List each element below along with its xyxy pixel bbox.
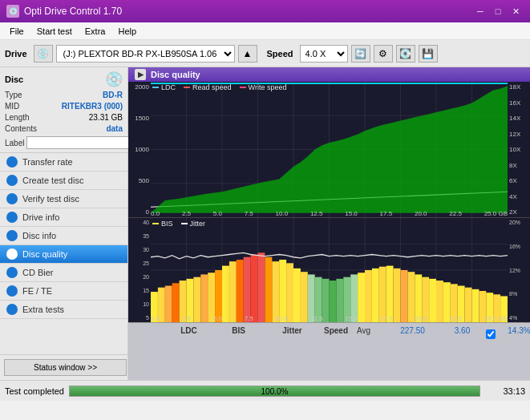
write-speed-legend-dot — [240, 87, 246, 88]
svg-rect-35 — [222, 266, 229, 322]
lx-2: 5.0 — [213, 315, 222, 322]
svg-rect-56 — [372, 269, 379, 322]
refresh-button[interactable]: 🔄 — [351, 45, 370, 63]
y-left-25: 25 — [130, 260, 149, 266]
upper-chart: LDC Read speed Write speed 2000 1500 — [128, 82, 530, 218]
stat-avg-bis: 3.60 — [440, 326, 484, 342]
x-2: 5.0 — [213, 210, 222, 217]
sidebar-item-cd-bier[interactable]: CD Bier — [0, 264, 127, 282]
disc-length-row: Length 23.31 GB — [5, 112, 123, 123]
sidebar-item-fe-te[interactable]: FE / TE — [0, 282, 127, 301]
lx-0: 0.0 — [151, 315, 160, 322]
eject-button[interactable]: ▲ — [238, 45, 257, 63]
lx-7: 17.5 — [380, 315, 393, 322]
svg-rect-41 — [265, 257, 272, 322]
sidebar-item-extra-tests[interactable]: Extra tests — [0, 301, 127, 319]
stat-avg-ldc: 227.50 — [386, 326, 439, 342]
lower-chart: BIS Jitter 40 35 30 25 20 15 10 5 — [128, 218, 530, 322]
status-bar: Test completed 100.0% 33:13 — [0, 380, 530, 401]
stat-col-empty — [133, 326, 161, 341]
jitter-legend-label: Jitter — [190, 220, 206, 228]
sidebar-label-cd-bier: CD Bier — [22, 268, 54, 277]
svg-rect-44 — [286, 263, 293, 322]
svg-rect-45 — [293, 269, 301, 322]
y-right-2: 14X — [509, 115, 528, 122]
lower-chart-legend: BIS Jitter — [152, 220, 205, 228]
status-window-button[interactable]: Status window >> — [4, 359, 127, 376]
content-area: ▶ Disc quality LDC Read speed — [128, 67, 530, 380]
sidebar-label-extra-tests: Extra tests — [22, 305, 64, 314]
stat-col-check — [262, 326, 269, 341]
y-left-30: 30 — [130, 247, 149, 252]
y-left-15: 15 — [130, 288, 149, 293]
menu-file[interactable]: File — [3, 25, 30, 38]
drive-selector[interactable]: (J:) PLEXTOR BD-R PX-LB950SA 1.06 — [56, 45, 235, 63]
sidebar-item-disc-info[interactable]: Disc info — [0, 227, 127, 245]
y-left-20: 20 — [130, 274, 149, 280]
svg-rect-43 — [279, 260, 286, 322]
upper-chart-svg — [151, 82, 508, 217]
y-right-0: 18X — [509, 83, 528, 91]
svg-rect-59 — [394, 269, 401, 322]
y-left-2: 1000 — [130, 146, 149, 153]
y-right-12: 12% — [509, 268, 528, 273]
main-area: Disc 💿 Type BD-R MID RITEKBR3 (000) Leng… — [0, 67, 530, 380]
sidebar-item-transfer-rate[interactable]: Transfer rate — [0, 153, 127, 172]
sidebar-item-disc-quality[interactable]: Disc quality — [0, 245, 127, 264]
y-right-7: 4X — [509, 193, 528, 200]
upper-y-axis-left: 2000 1500 1000 500 0 — [128, 82, 151, 217]
upper-x-axis: 0.0 2.5 5.0 7.5 10.0 12.5 15.0 17.5 20.0… — [151, 210, 508, 217]
disc-label-row: Label ★ — [5, 136, 123, 149]
sidebar-label-drive-info: Drive info — [22, 212, 59, 222]
upper-y-axis-right: 18X 16X 14X 12X 10X 8X 6X 4X 2X — [508, 82, 530, 217]
stats-avg-row: Avg 227.50 3.60 14.3% 4.19 X — [357, 326, 530, 342]
disc-quality-icon — [6, 248, 18, 260]
lx-8: 20.0 — [415, 315, 427, 322]
legend-jitter: Jitter — [181, 220, 206, 228]
lx-6: 15.0 — [345, 315, 358, 322]
svg-rect-36 — [229, 261, 237, 322]
disc-label-label: Label — [5, 139, 24, 147]
maximize-button[interactable]: □ — [490, 4, 506, 18]
jitter-checkbox[interactable] — [486, 326, 496, 342]
disc-type-value: BD-R — [103, 90, 123, 101]
stat-avg-label: Avg — [357, 326, 385, 342]
disc-button[interactable]: 💽 — [396, 45, 415, 63]
titlebar-controls: ─ □ ✕ — [472, 4, 524, 18]
menu-start-test[interactable]: Start test — [30, 25, 79, 38]
toolbar: Drive 💿 (J:) PLEXTOR BD-R PX-LB950SA 1.0… — [0, 40, 530, 67]
menu-extra[interactable]: Extra — [79, 25, 112, 38]
svg-rect-38 — [244, 257, 251, 322]
bottom-info-bar: LDC BIS Jitter Speed Avg 227.50 3.60 14.… — [128, 322, 530, 380]
speed-selector[interactable]: 4.0 X — [300, 45, 348, 63]
stat-col-jitter: Jitter — [270, 326, 314, 341]
drive-info-icon — [6, 212, 18, 223]
y-left-3: 500 — [130, 177, 149, 184]
read-speed-legend-label: Read speed — [192, 83, 232, 91]
x-7: 17.5 — [380, 210, 393, 217]
y-right-6: 6X — [509, 177, 528, 184]
sidebar-item-drive-info[interactable]: Drive info — [0, 208, 127, 227]
sidebar-label-create-test-disc: Create test disc — [22, 176, 83, 185]
speed-label: Speed — [267, 49, 293, 59]
disc-length-value: 23.31 GB — [89, 112, 123, 123]
close-button[interactable]: ✕ — [508, 4, 524, 18]
disc-label-input[interactable] — [26, 136, 130, 149]
settings-button[interactable]: ⚙ — [374, 45, 393, 63]
sidebar-item-create-test-disc[interactable]: Create test disc — [0, 172, 127, 190]
menu-help[interactable]: Help — [111, 25, 143, 38]
titlebar-left: 💿 Opti Drive Control 1.70 — [6, 5, 122, 18]
disc-quality-title: Disc quality — [151, 70, 200, 79]
save-button[interactable]: 💾 — [419, 45, 438, 63]
lx-1: 2.5 — [182, 315, 191, 322]
y-left-40: 40 — [130, 220, 149, 225]
y-left-0: 2000 — [130, 83, 149, 91]
svg-rect-57 — [379, 267, 386, 322]
drive-icon-btn[interactable]: 💿 — [34, 45, 53, 63]
sidebar-item-verify-test-disc[interactable]: Verify test disc — [0, 190, 127, 208]
svg-rect-39 — [251, 255, 258, 323]
disc-title: Disc — [5, 75, 23, 84]
x-9: 22.5 — [449, 210, 462, 217]
minimize-button[interactable]: ─ — [472, 4, 488, 18]
disc-panel: Disc 💿 Type BD-R MID RITEKBR3 (000) Leng… — [0, 67, 127, 153]
